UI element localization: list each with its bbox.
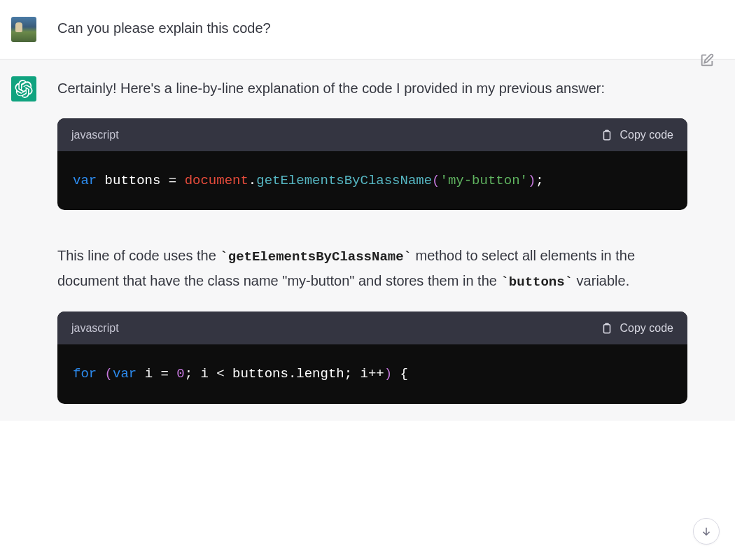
code-language-label: javascript [71,318,119,337]
code-body[interactable]: for (var i = 0; i < buttons.length; i++)… [57,344,687,403]
text-fragment: This line of code uses the [57,248,220,263]
edit-icon [699,52,715,68]
inline-code: `getElementsByClassName` [220,249,412,265]
copy-code-label: Copy code [620,129,674,141]
explanation-paragraph-1: This line of code uses the `getElementsB… [57,244,687,293]
user-avatar [11,17,36,42]
code-language-label: javascript [71,125,119,144]
scroll-to-bottom-button[interactable] [693,518,720,545]
copy-code-button[interactable]: Copy code [601,321,674,335]
inline-code: `buttons` [500,274,573,290]
avatar-column [8,76,45,404]
avatar-column [8,17,45,42]
text-fragment: variable. [573,273,629,288]
code-body[interactable]: var buttons = document.getElementsByClas… [57,151,687,210]
clipboard-icon [601,321,613,335]
assistant-content: Certainly! Here's a line-by-line explana… [45,76,721,404]
user-message-text: Can you please explain this code? [57,17,687,39]
user-content: Can you please explain this code? [45,17,721,42]
code-block-1: javascript Copy code var buttons = docum… [57,118,687,210]
code-block-2: javascript Copy code for (var i = 0; i <… [57,312,687,403]
assistant-avatar [11,76,36,102]
copy-code-button[interactable]: Copy code [601,128,674,142]
openai-logo-icon [15,80,33,98]
user-message-row: Can you please explain this code? [0,0,735,59]
svg-rect-0 [603,131,610,139]
edit-message-button[interactable] [697,50,717,70]
copy-code-label: Copy code [620,322,674,335]
svg-rect-1 [603,324,610,332]
assistant-intro-text: Certainly! Here's a line-by-line explana… [57,76,687,100]
code-header: javascript Copy code [57,312,687,344]
code-header: javascript Copy code [57,118,687,151]
arrow-down-icon [700,525,713,538]
clipboard-icon [601,128,613,142]
assistant-message-row: Certainly! Here's a line-by-line explana… [0,59,735,421]
